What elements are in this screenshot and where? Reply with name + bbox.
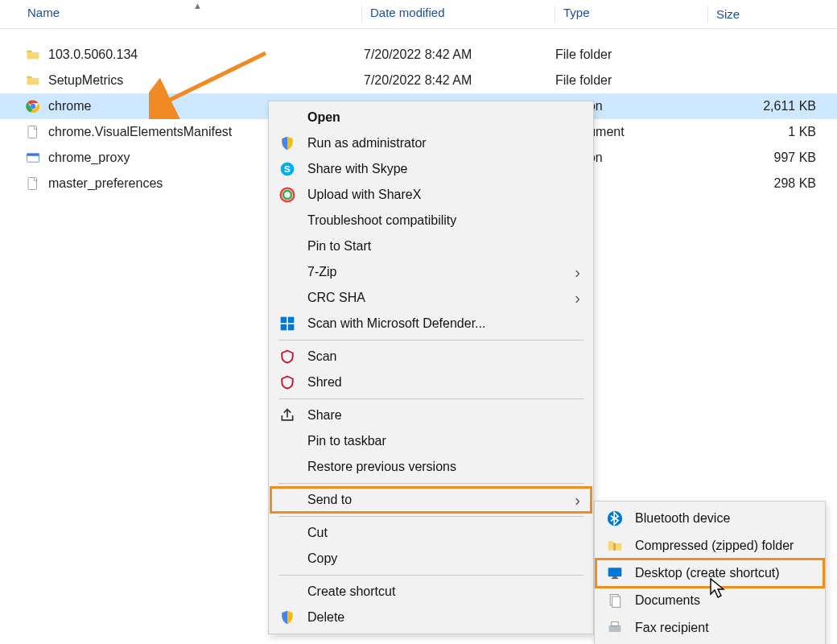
file-type: File folder [555,47,708,62]
skype-icon: S [278,160,296,178]
svg-rect-14 [281,324,287,331]
column-header: Name ▲ Date modified Type Size [0,0,837,29]
file-size: 997 KB [708,151,837,165]
file-row-folder[interactable]: SetupMetrics 7/20/2022 8:42 AM File fold… [0,68,837,93]
share-icon [278,407,296,424]
context-menu: Open Run as administrator S Share with S… [268,101,594,634]
mcafee-icon [278,348,296,365]
menu-send-to[interactable]: Send to› [270,487,592,513]
file-date: 7/20/2022 8:42 AM [364,47,555,62]
svg-rect-19 [613,576,617,578]
submenu-documents[interactable]: Documents [596,587,823,614]
svg-rect-18 [608,568,622,576]
svg-point-11 [283,191,291,199]
chevron-right-icon: › [575,491,580,510]
file-size: 298 KB [708,176,837,191]
file-name: 103.0.5060.134 [42,47,364,62]
menu-separator [278,340,583,341]
column-size-header[interactable]: Size [708,7,837,21]
file-date: 7/20/2022 8:42 AM [364,73,555,88]
send-to-submenu: Bluetooth device Compressed (zipped) fol… [594,501,826,644]
submenu-zipped[interactable]: Compressed (zipped) folder [596,532,823,559]
menu-restore[interactable]: Restore previous versions [270,454,592,480]
menu-separator [278,398,583,399]
submenu-fax[interactable]: Fax recipient [596,614,823,642]
column-date-header[interactable]: Date modified [362,6,555,23]
menu-pin-taskbar[interactable]: Pin to taskbar [270,428,592,454]
documents-icon [606,592,624,609]
menu-separator [278,516,583,517]
svg-rect-12 [281,317,287,324]
file-icon [24,176,42,191]
svg-rect-17 [613,543,616,551]
menu-7zip[interactable]: 7-Zip› [270,259,592,285]
fax-icon [606,619,624,637]
submenu-desktop-shortcut[interactable]: Desktop (create shortcut) [596,559,823,587]
shield-icon [278,134,296,152]
mcafee-icon [278,374,296,391]
column-type-header[interactable]: Type [555,6,708,23]
bluetooth-icon [606,510,624,527]
submenu-bluetooth[interactable]: Bluetooth device [596,505,823,532]
svg-rect-23 [609,625,621,632]
menu-run-admin[interactable]: Run as administrator [270,130,592,156]
svg-rect-24 [612,622,618,626]
file-size: 1 KB [708,125,837,139]
menu-share[interactable]: Share [270,402,592,428]
file-icon [24,125,42,139]
menu-separator [278,483,583,484]
chevron-right-icon: › [575,263,580,282]
chevron-right-icon: › [575,289,580,308]
shield-icon [278,609,296,626]
column-name-header[interactable]: Name ▲ [0,6,362,23]
proxy-icon [24,151,42,165]
menu-delete[interactable]: Delete [270,605,592,630]
svg-rect-22 [612,597,621,607]
menu-skype[interactable]: S Share with Skype [270,156,592,182]
menu-crc[interactable]: CRC SHA› [270,285,592,311]
folder-icon [24,47,42,62]
menu-separator [278,575,583,576]
column-label: Name [27,6,60,19]
svg-rect-15 [288,324,295,331]
menu-troubleshoot[interactable]: Troubleshoot compatibility [270,208,592,233]
menu-shred[interactable]: Shred [270,369,592,395]
menu-copy[interactable]: Copy [270,546,592,572]
file-size: 2,611 KB [708,99,837,114]
defender-icon [278,315,296,332]
sort-caret-icon: ▲ [193,1,202,10]
svg-rect-3 [28,126,37,138]
menu-shortcut[interactable]: Create shortcut [270,579,592,605]
menu-pin-start[interactable]: Pin to Start [270,233,592,259]
svg-text:S: S [284,163,291,174]
chrome-icon [24,99,42,114]
svg-rect-5 [27,154,39,156]
menu-scan[interactable]: Scan [270,344,592,369]
file-type: File folder [555,73,708,88]
svg-rect-20 [612,578,618,579]
menu-open[interactable]: Open [270,105,592,130]
zip-folder-icon [606,537,624,555]
menu-defender[interactable]: Scan with Microsoft Defender... [270,311,592,336]
desktop-icon [606,564,624,582]
svg-rect-13 [288,317,295,324]
file-name: SetupMetrics [42,73,364,88]
sharex-icon [278,186,296,204]
svg-rect-6 [28,178,37,190]
file-row-folder[interactable]: 103.0.5060.134 7/20/2022 8:42 AM File fo… [0,42,837,68]
folder-icon [24,73,42,88]
menu-sharex[interactable]: Upload with ShareX [270,182,592,208]
menu-cut[interactable]: Cut [270,520,592,546]
